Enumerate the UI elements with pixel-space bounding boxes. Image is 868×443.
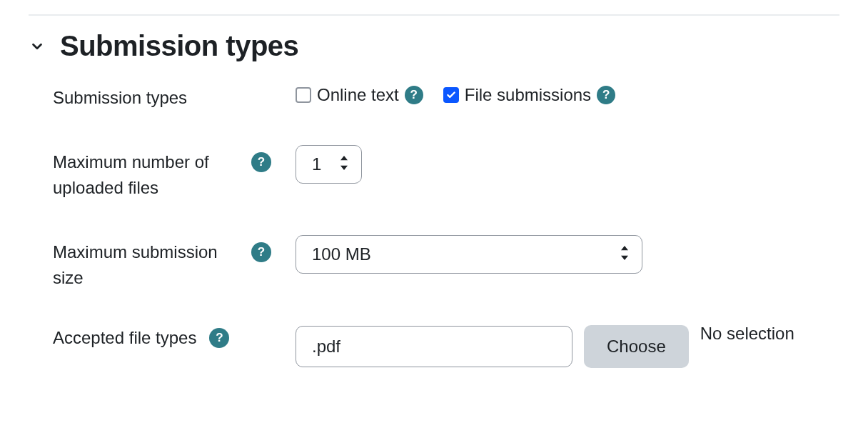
accepted-types-status: No selection	[700, 324, 794, 344]
label-accepted-types: Accepted file types	[53, 325, 196, 351]
section-divider	[29, 14, 839, 16]
field-accepted-types: Accepted file types ? Choose No selectio…	[29, 325, 839, 368]
help-icon-max-size[interactable]: ?	[251, 242, 271, 262]
select-max-size[interactable]: 100 MB	[296, 235, 642, 274]
choose-button[interactable]: Choose	[584, 325, 689, 368]
help-icon-accepted-types[interactable]: ?	[209, 328, 229, 348]
select-max-size-value: 100 MB	[296, 235, 642, 274]
label-max-files: Maximum number of uploaded files	[53, 149, 238, 201]
help-icon-online-text[interactable]: ?	[405, 86, 423, 104]
help-icon-file-submissions[interactable]: ?	[597, 86, 615, 104]
help-icon-max-files[interactable]: ?	[251, 152, 271, 172]
label-max-size: Maximum submission size	[53, 239, 238, 291]
select-max-files[interactable]: 1	[296, 145, 362, 184]
field-submission-types: Submission types Online text? File submi…	[29, 85, 839, 111]
checkbox-file-submissions[interactable]	[443, 87, 459, 103]
checkbox-label-file-submissions: File submissions	[465, 85, 591, 105]
section-title: Submission types	[60, 30, 298, 62]
checkbox-label-online-text: Online text	[317, 85, 399, 105]
input-accepted-types[interactable]	[296, 326, 572, 367]
field-max-size: Maximum submission size ? 100 MB	[29, 235, 839, 291]
section-header-toggle[interactable]: Submission types	[29, 30, 839, 62]
chevron-down-icon	[29, 38, 46, 55]
checkbox-online-text[interactable]	[296, 87, 311, 103]
select-max-files-value: 1	[296, 145, 362, 184]
label-submission-types: Submission types	[53, 85, 187, 111]
field-max-files: Maximum number of uploaded files ? 1	[29, 145, 839, 201]
